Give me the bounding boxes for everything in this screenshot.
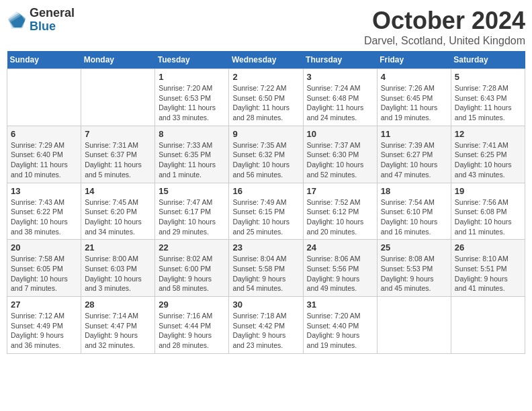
day-number: 31 <box>307 300 373 310</box>
day-info: Sunrise: 7:28 AM Sunset: 6:43 PM Dayligh… <box>455 83 521 123</box>
calendar-cell: 30Sunrise: 7:18 AM Sunset: 4:42 PM Dayli… <box>229 297 303 354</box>
calendar-cell: 22Sunrise: 8:02 AM Sunset: 6:00 PM Dayli… <box>155 240 229 297</box>
day-number: 4 <box>381 72 447 82</box>
calendar-cell: 2Sunrise: 7:22 AM Sunset: 6:50 PM Daylig… <box>229 69 303 126</box>
day-info: Sunrise: 7:24 AM Sunset: 6:48 PM Dayligh… <box>307 83 373 123</box>
day-number: 17 <box>307 186 373 196</box>
day-number: 1 <box>159 72 225 82</box>
calendar-cell: 10Sunrise: 7:37 AM Sunset: 6:30 PM Dayli… <box>303 126 377 183</box>
calendar-cell: 5Sunrise: 7:28 AM Sunset: 6:43 PM Daylig… <box>451 69 525 126</box>
calendar-cell: 18Sunrise: 7:54 AM Sunset: 6:10 PM Dayli… <box>377 183 451 240</box>
calendar-cell: 13Sunrise: 7:43 AM Sunset: 6:22 PM Dayli… <box>7 183 81 240</box>
day-number: 24 <box>307 242 373 253</box>
calendar-cell: 16Sunrise: 7:49 AM Sunset: 6:15 PM Dayli… <box>229 183 303 240</box>
day-number: 28 <box>85 300 151 310</box>
calendar-table: SundayMondayTuesdayWednesdayThursdayFrid… <box>7 51 525 354</box>
calendar-cell: 25Sunrise: 8:08 AM Sunset: 5:53 PM Dayli… <box>377 240 451 297</box>
week-row-3: 20Sunrise: 7:58 AM Sunset: 6:05 PM Dayli… <box>7 240 525 297</box>
day-info: Sunrise: 7:45 AM Sunset: 6:20 PM Dayligh… <box>85 197 151 237</box>
calendar-cell <box>81 69 155 126</box>
day-number: 29 <box>159 300 225 310</box>
day-info: Sunrise: 7:35 AM Sunset: 6:32 PM Dayligh… <box>232 140 299 180</box>
day-number: 16 <box>232 186 299 196</box>
day-number: 13 <box>11 186 77 196</box>
subtitle: Darvel, Scotland, United Kingdom <box>364 35 525 47</box>
day-number: 18 <box>381 186 447 196</box>
day-info: Sunrise: 7:41 AM Sunset: 6:25 PM Dayligh… <box>455 140 521 180</box>
week-row-1: 6Sunrise: 7:29 AM Sunset: 6:40 PM Daylig… <box>7 126 525 183</box>
day-number: 15 <box>159 186 225 196</box>
day-number: 8 <box>159 129 225 139</box>
day-info: Sunrise: 7:49 AM Sunset: 6:15 PM Dayligh… <box>232 197 299 237</box>
day-number: 19 <box>455 186 521 196</box>
day-info: Sunrise: 7:43 AM Sunset: 6:22 PM Dayligh… <box>11 197 77 237</box>
calendar-cell: 26Sunrise: 8:10 AM Sunset: 5:51 PM Dayli… <box>451 240 525 297</box>
header-cell-sunday: Sunday <box>7 51 81 69</box>
day-info: Sunrise: 8:04 AM Sunset: 5:58 PM Dayligh… <box>232 254 299 293</box>
day-info: Sunrise: 7:16 AM Sunset: 4:44 PM Dayligh… <box>159 311 225 351</box>
day-number: 21 <box>85 242 151 253</box>
day-info: Sunrise: 8:00 AM Sunset: 6:03 PM Dayligh… <box>85 254 151 293</box>
header-cell-wednesday: Wednesday <box>229 51 303 69</box>
day-info: Sunrise: 8:10 AM Sunset: 5:51 PM Dayligh… <box>455 254 521 293</box>
day-number: 6 <box>11 129 77 139</box>
calendar-cell: 1Sunrise: 7:20 AM Sunset: 6:53 PM Daylig… <box>155 69 229 126</box>
day-number: 9 <box>232 129 299 139</box>
calendar-body: 1Sunrise: 7:20 AM Sunset: 6:53 PM Daylig… <box>7 69 525 354</box>
title-section: October 2024 Darvel, Scotland, United Ki… <box>364 7 525 47</box>
logo: General Blue <box>7 7 75 34</box>
day-info: Sunrise: 7:20 AM Sunset: 4:40 PM Dayligh… <box>307 311 373 351</box>
day-info: Sunrise: 7:18 AM Sunset: 4:42 PM Dayligh… <box>232 311 299 351</box>
main-title: October 2024 <box>364 7 525 35</box>
calendar-cell: 28Sunrise: 7:14 AM Sunset: 4:47 PM Dayli… <box>81 297 155 354</box>
day-info: Sunrise: 7:33 AM Sunset: 6:35 PM Dayligh… <box>159 140 225 180</box>
calendar-cell: 19Sunrise: 7:56 AM Sunset: 6:08 PM Dayli… <box>451 183 525 240</box>
day-info: Sunrise: 7:52 AM Sunset: 6:12 PM Dayligh… <box>307 197 373 237</box>
calendar-cell: 14Sunrise: 7:45 AM Sunset: 6:20 PM Dayli… <box>81 183 155 240</box>
day-info: Sunrise: 7:56 AM Sunset: 6:08 PM Dayligh… <box>455 197 521 237</box>
header-cell-saturday: Saturday <box>451 51 525 69</box>
calendar-cell: 6Sunrise: 7:29 AM Sunset: 6:40 PM Daylig… <box>7 126 81 183</box>
calendar-cell: 3Sunrise: 7:24 AM Sunset: 6:48 PM Daylig… <box>303 69 377 126</box>
day-number: 27 <box>11 300 77 310</box>
day-info: Sunrise: 7:58 AM Sunset: 6:05 PM Dayligh… <box>11 254 77 293</box>
calendar-cell <box>451 297 525 354</box>
calendar-cell: 15Sunrise: 7:47 AM Sunset: 6:17 PM Dayli… <box>155 183 229 240</box>
day-number: 26 <box>455 242 521 253</box>
week-row-2: 13Sunrise: 7:43 AM Sunset: 6:22 PM Dayli… <box>7 183 525 240</box>
day-info: Sunrise: 8:08 AM Sunset: 5:53 PM Dayligh… <box>381 254 447 293</box>
day-info: Sunrise: 8:02 AM Sunset: 6:00 PM Dayligh… <box>159 254 225 293</box>
day-number: 5 <box>455 72 521 82</box>
day-number: 25 <box>381 242 447 253</box>
day-number: 10 <box>307 129 373 139</box>
day-info: Sunrise: 7:54 AM Sunset: 6:10 PM Dayligh… <box>381 197 447 237</box>
logo-blue: Blue <box>30 20 75 34</box>
header-cell-friday: Friday <box>377 51 451 69</box>
calendar-cell: 8Sunrise: 7:33 AM Sunset: 6:35 PM Daylig… <box>155 126 229 183</box>
calendar-cell: 23Sunrise: 8:04 AM Sunset: 5:58 PM Dayli… <box>229 240 303 297</box>
logo-icon <box>7 10 27 30</box>
day-info: Sunrise: 7:12 AM Sunset: 4:49 PM Dayligh… <box>11 311 77 351</box>
calendar-cell: 24Sunrise: 8:06 AM Sunset: 5:56 PM Dayli… <box>303 240 377 297</box>
day-info: Sunrise: 7:26 AM Sunset: 6:45 PM Dayligh… <box>381 83 447 123</box>
calendar-header: SundayMondayTuesdayWednesdayThursdayFrid… <box>7 51 525 69</box>
calendar-cell: 27Sunrise: 7:12 AM Sunset: 4:49 PM Dayli… <box>7 297 81 354</box>
week-row-0: 1Sunrise: 7:20 AM Sunset: 6:53 PM Daylig… <box>7 69 525 126</box>
header-cell-tuesday: Tuesday <box>155 51 229 69</box>
day-number: 20 <box>11 242 77 253</box>
calendar-cell: 31Sunrise: 7:20 AM Sunset: 4:40 PM Dayli… <box>303 297 377 354</box>
day-number: 3 <box>307 72 373 82</box>
day-info: Sunrise: 7:20 AM Sunset: 6:53 PM Dayligh… <box>159 83 225 123</box>
header-cell-thursday: Thursday <box>303 51 377 69</box>
week-row-4: 27Sunrise: 7:12 AM Sunset: 4:49 PM Dayli… <box>7 297 525 354</box>
calendar-cell: 11Sunrise: 7:39 AM Sunset: 6:27 PM Dayli… <box>377 126 451 183</box>
calendar-cell <box>7 69 81 126</box>
day-number: 7 <box>85 129 151 139</box>
day-number: 11 <box>381 129 447 139</box>
day-number: 2 <box>232 72 299 82</box>
calendar-cell: 21Sunrise: 8:00 AM Sunset: 6:03 PM Dayli… <box>81 240 155 297</box>
day-info: Sunrise: 7:14 AM Sunset: 4:47 PM Dayligh… <box>85 311 151 351</box>
day-info: Sunrise: 7:31 AM Sunset: 6:37 PM Dayligh… <box>85 140 151 180</box>
calendar-cell: 9Sunrise: 7:35 AM Sunset: 6:32 PM Daylig… <box>229 126 303 183</box>
day-info: Sunrise: 8:06 AM Sunset: 5:56 PM Dayligh… <box>307 254 373 293</box>
